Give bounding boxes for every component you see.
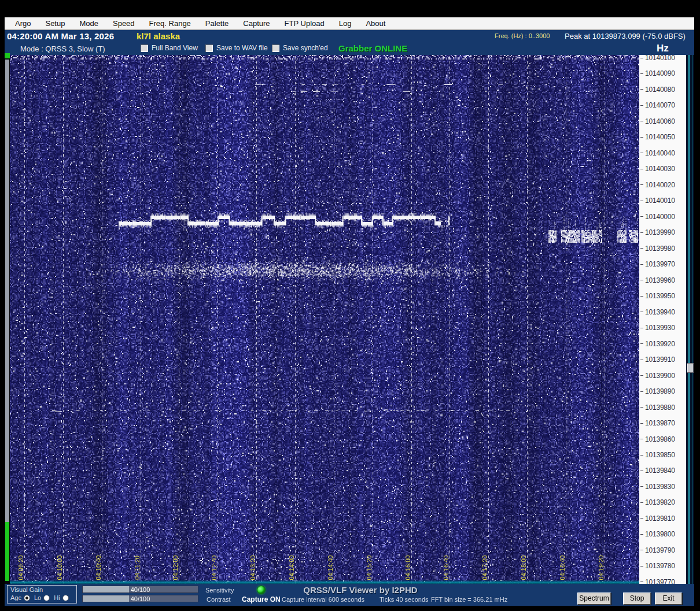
- freq-tick-icon: [640, 248, 643, 249]
- station-id: kl7l alaska: [137, 31, 180, 41]
- scrollbar-track-line: [688, 55, 690, 584]
- freq-tick-icon: [640, 184, 643, 185]
- agc-radio[interactable]: [24, 595, 30, 601]
- freq-tick-icon: [640, 455, 643, 456]
- contrast-slider[interactable]: 40/100: [82, 595, 198, 602]
- freq-label: 10140010: [640, 197, 675, 205]
- menu-item-about[interactable]: About: [360, 19, 394, 28]
- freq-label: 10139790: [640, 546, 675, 554]
- freq-tick-icon: [640, 296, 643, 297]
- bottom-panel: Visual Gain Agc Lo Hi 40/100: [5, 584, 694, 606]
- freq-label: 10140050: [640, 133, 675, 141]
- freq-label: 10140090: [640, 69, 675, 77]
- freq-label: 10139780: [640, 562, 675, 570]
- time-tick-label: 04:18:40: [559, 551, 566, 584]
- hi-option[interactable]: Hi: [54, 594, 68, 601]
- slider-value: 40/100: [83, 586, 198, 593]
- mode-bar: Mode : QRSS 3, Slow (T) Full Band View S…: [5, 42, 694, 55]
- menu-item-setup[interactable]: Setup: [39, 19, 73, 28]
- freq-tick-icon: [640, 137, 643, 138]
- agc-option[interactable]: Agc: [10, 594, 30, 601]
- time-tick-label: 04:12:40: [211, 551, 218, 584]
- freq-tick-icon: [640, 105, 643, 106]
- menu-item-palette[interactable]: Palette: [200, 19, 237, 28]
- agc-label: Agc: [10, 594, 21, 601]
- time-tick-label: 04:14:00: [288, 551, 295, 584]
- freq-tick-icon: [640, 328, 643, 328]
- menu-item-speed[interactable]: Speed: [107, 19, 143, 28]
- stop-button[interactable]: Stop: [623, 593, 651, 605]
- checkbox-label: Save to WAV file: [216, 44, 268, 52]
- freq-label: 10140060: [640, 117, 675, 125]
- freq-label: 10139940: [640, 308, 675, 316]
- checkbox-label: Full Band View: [152, 44, 198, 52]
- menu-item-freq-range[interactable]: Freq. Range: [143, 19, 200, 28]
- freq-tick-icon: [640, 169, 643, 169]
- spectrum-button[interactable]: Spectrum: [577, 593, 611, 605]
- freq-label: 10139850: [640, 451, 675, 459]
- time-tick-label: 04:16:00: [404, 551, 411, 584]
- menu-item-ftp-upload[interactable]: FTP Upload: [279, 19, 333, 28]
- menu-bar: Argo Setup Mode Speed Freq. Range Palett…: [5, 17, 694, 30]
- freq-tick-icon: [640, 391, 643, 392]
- menu-item-mode[interactable]: Mode: [73, 19, 107, 28]
- lo-label: Lo: [34, 594, 41, 601]
- menu-item-log[interactable]: Log: [333, 19, 360, 28]
- datetime-text: 04:20:00 AM Mar 13, 2026: [7, 31, 114, 41]
- sensitivity-slider[interactable]: 40/100: [82, 586, 198, 593]
- freq-label: 10140030: [640, 165, 675, 173]
- freq-label: 10139960: [640, 276, 675, 284]
- progress-track: [5, 60, 9, 522]
- hi-label: Hi: [54, 594, 60, 601]
- ticks-info-text: Ticks 40 seconds: [380, 596, 429, 603]
- waterfall: 04:09:2004:10:0004:10:4004:11:2004:12:00…: [10, 55, 639, 584]
- freq-tick-icon: [640, 486, 643, 487]
- time-tick-label: 04:18:00: [520, 551, 527, 584]
- menu-item-argo[interactable]: Argo: [9, 19, 39, 28]
- time-tick-label: 04:09:20: [17, 551, 24, 584]
- hz-axis-label: Hz: [657, 43, 669, 54]
- time-tick-label: 04:16:40: [443, 551, 450, 584]
- freq-tick-icon: [640, 423, 643, 424]
- freq-tick-icon: [640, 407, 643, 408]
- frequency-scale: 1014010010140090101400801014007010140060…: [639, 55, 686, 584]
- freq-tick-icon: [640, 73, 643, 74]
- freq-label: 10139890: [640, 387, 675, 395]
- hi-radio[interactable]: [62, 595, 69, 601]
- freq-tick-icon: [640, 566, 643, 566]
- freq-tick-icon: [640, 360, 643, 360]
- full-band-view-checkbox[interactable]: Full Band View: [141, 44, 198, 52]
- frequency-scrollbar[interactable]: [686, 55, 694, 584]
- progress-fill: [5, 522, 9, 581]
- time-tick-label: 04:17:20: [481, 551, 488, 584]
- lo-radio[interactable]: [43, 595, 50, 601]
- save-wav-checkbox[interactable]: Save to WAV file: [205, 44, 268, 52]
- visual-gain-radios: Agc Lo Hi: [10, 594, 76, 601]
- checkbox-icon[interactable]: [141, 45, 148, 52]
- freq-tick-icon: [640, 471, 643, 471]
- grabber-status: Grabber ONLINE: [338, 43, 407, 53]
- freq-tick-icon: [640, 201, 643, 201]
- progress-top-marker: [5, 53, 10, 58]
- time-tick-label: 04:15:20: [366, 551, 373, 584]
- menu-item-capture[interactable]: Capture: [237, 19, 278, 28]
- checkbox-icon[interactable]: [205, 45, 213, 52]
- freq-label: 10139930: [640, 324, 675, 332]
- exit-button[interactable]: Exit: [655, 593, 682, 605]
- save-synched-checkbox[interactable]: Save synch'ed: [272, 44, 328, 52]
- scrollbar-thumb[interactable]: [687, 363, 694, 373]
- freq-label: 10139860: [640, 435, 675, 443]
- visual-gain-title: Visual Gain: [10, 586, 76, 593]
- argo-window: Argo Setup Mode Speed Freq. Range Palett…: [5, 17, 694, 606]
- contrast-label: Contrast: [207, 596, 231, 603]
- fft-bin-size-text: FFT bin size = 366.21 mHz: [431, 596, 507, 603]
- freq-label: 10139920: [640, 340, 675, 348]
- freq-tick-icon: [640, 280, 643, 280]
- freq-tick-icon: [640, 153, 643, 153]
- lo-option[interactable]: Lo: [34, 594, 50, 601]
- freq-label: 10140080: [640, 86, 675, 94]
- checkbox-icon[interactable]: [272, 45, 279, 52]
- freq-label: 10139870: [640, 419, 675, 427]
- freq-label: 10139990: [640, 228, 675, 236]
- freq-label: 10140040: [640, 149, 675, 157]
